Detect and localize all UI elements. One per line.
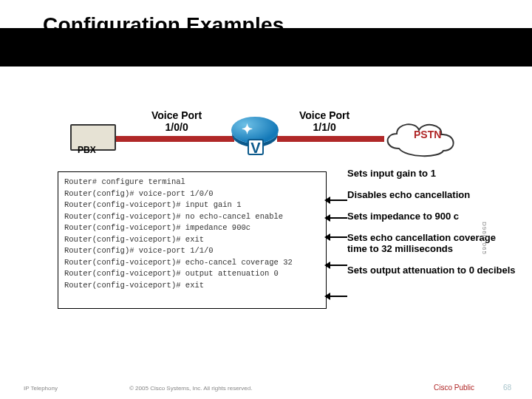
- arrow-icon: [327, 265, 347, 266]
- cli-line: Router(config-voiceport)# echo-cancel co…: [64, 257, 320, 269]
- footer-copyright: © 2005 Cisco Systems, Inc. All rights re…: [129, 385, 252, 392]
- voice-port-0-id: 1/0/0: [166, 121, 188, 133]
- voice-port-1-label: Voice Port 1/1/0: [299, 109, 349, 133]
- footer-cisco-public: Cisco Public: [434, 383, 474, 392]
- cli-line: Router(config)# voice-port 1/0/0: [64, 188, 320, 200]
- annotation: Sets input gain to 1: [347, 168, 517, 180]
- cli-line: Router(config-voiceport)# exit: [64, 280, 320, 292]
- cli-line: Router(config)# voice-port 1/1/0: [64, 245, 320, 257]
- router-v-badge: V: [248, 139, 264, 155]
- annotation: Sets output attenuation to 0 decibels: [347, 265, 517, 276]
- footer: IP Telephony © 2005 Cisco Systems, Inc. …: [0, 377, 532, 399]
- title-bar: Configuration Examples: [0, 0, 532, 66]
- arrow-icon: [327, 217, 347, 219]
- arrow-icon: [327, 296, 347, 297]
- router-arrows-icon: ✦: [242, 121, 253, 137]
- voice-port-0-text: Voice Port: [151, 109, 202, 121]
- cli-line: Router(config-voiceport)# input gain 1: [64, 200, 320, 211]
- annotation: Sets impedance to 900 c: [347, 211, 517, 222]
- annotation: Disables echo cancellation: [347, 190, 517, 201]
- voice-port-1-text: Voice Port: [299, 109, 349, 121]
- link-pbx-router: [116, 136, 234, 142]
- annotation: Sets echo cancellation coverage time to …: [347, 233, 517, 255]
- cli-line: Router(config-voiceport)# impedance 900c: [64, 222, 320, 234]
- voice-port-0-label: Voice Port 1/0/0: [151, 109, 202, 133]
- slide: Configuration Examples PBX Voice Port 1/…: [0, 0, 532, 399]
- pstn-label: PSTN: [414, 129, 441, 140]
- cli-line: Router(config-voiceport)# output attenua…: [64, 268, 320, 280]
- annotation-list: Sets input gain to 1 Disables echo cance…: [347, 168, 517, 287]
- cli-output: Router# configure terminal Router(config…: [58, 171, 327, 309]
- page-title: Configuration Examples: [43, 13, 284, 37]
- footer-page-number: 68: [503, 383, 511, 392]
- cli-line: Router# configure terminal: [64, 177, 320, 188]
- link-router-pstn: [277, 136, 384, 142]
- arrow-icon: [327, 236, 347, 238]
- footer-left-label: IP Telephony: [24, 385, 58, 392]
- router-icon: ✦ V: [231, 117, 279, 155]
- topology-diagram: PBX Voice Port 1/0/0 ✦ V Voice Port 1/1/…: [70, 111, 477, 163]
- arrow-icon: [327, 200, 347, 201]
- voice-port-1-id: 1/1/0: [313, 121, 336, 133]
- cli-line: Router(config-voiceport)# exit: [64, 234, 320, 246]
- pbx-label: PBX: [78, 145, 96, 155]
- slide-id: D960_065: [481, 222, 488, 255]
- cli-line: Router(config-voiceport)# no echo-cancel…: [64, 211, 320, 223]
- pbx-box: PBX: [70, 124, 116, 151]
